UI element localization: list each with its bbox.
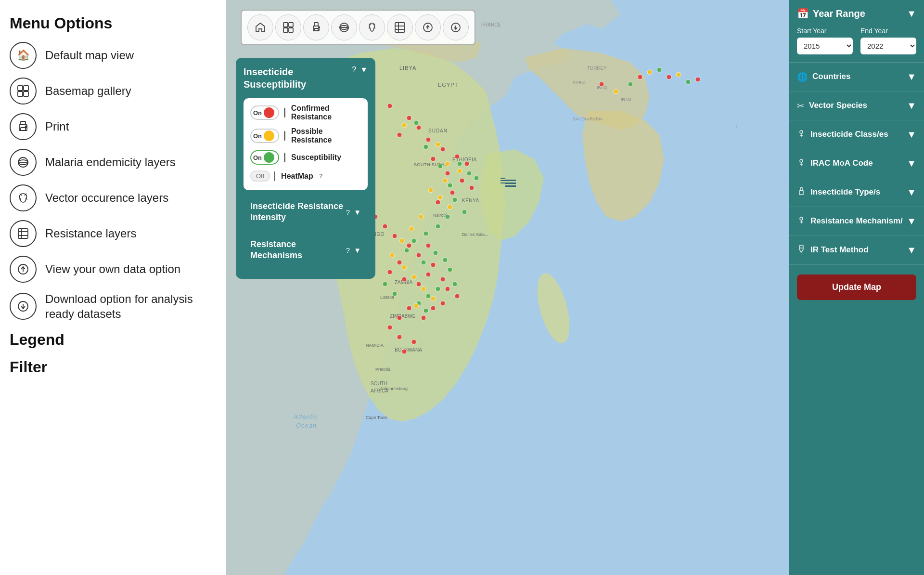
menu-item-default-map[interactable]: 🏠 Default map view <box>10 42 217 69</box>
svg-point-133 <box>457 169 462 173</box>
svg-point-129 <box>383 282 387 287</box>
svg-text:SYRIA: SYRIA <box>573 80 586 85</box>
filter-countries-left: 🌐 Countries <box>797 71 850 82</box>
svg-point-108 <box>448 183 452 188</box>
svg-point-152 <box>657 67 662 72</box>
svg-point-132 <box>445 161 450 166</box>
filter-vector-species-label: Vector Species <box>809 100 867 111</box>
svg-text:SAUDI ARABIA: SAUDI ARABIA <box>573 117 603 121</box>
svg-rect-163 <box>314 28 318 31</box>
heatmap-toggle[interactable]: Off <box>250 170 270 182</box>
toolbar-basemap-btn[interactable] <box>275 14 301 40</box>
menu-item-view-own[interactable]: View your own data option <box>10 256 217 283</box>
start-year-select[interactable]: 2015 2010 2011 2012 2013 2014 2016 2017 … <box>797 38 853 54</box>
susceptibility-panel: Insecticide Susceptibility ? ▼ On Confir… <box>236 58 375 279</box>
toolbar-upload-btn[interactable] <box>415 14 441 40</box>
svg-point-67 <box>431 157 436 161</box>
svg-point-66 <box>440 147 445 152</box>
menu-item-resistance[interactable]: Resistance layers <box>10 220 217 247</box>
year-range-collapse-icon[interactable]: ▼ <box>907 8 916 19</box>
intensity-help-icon[interactable]: ? <box>346 208 350 216</box>
help-icon[interactable]: ? <box>352 65 356 74</box>
svg-point-106 <box>424 144 428 149</box>
intensity-collapse-icon[interactable]: ▼ <box>354 208 361 216</box>
resistance-mechanism-icon <box>797 216 806 227</box>
svg-text:KENYA: KENYA <box>462 198 479 203</box>
menu-item-basemap[interactable]: Basemap gallery <box>10 78 217 105</box>
svg-point-142 <box>402 265 407 270</box>
filter-vector-species[interactable]: ✂ Vector Species ▼ <box>789 91 924 120</box>
collapse-icon[interactable]: ▼ <box>360 65 368 74</box>
update-map-button[interactable]: Update Map <box>797 274 916 300</box>
toolbar-home-btn[interactable] <box>247 14 273 40</box>
svg-point-100 <box>402 349 407 354</box>
svg-point-88 <box>426 272 431 277</box>
svg-point-114 <box>445 214 450 219</box>
svg-rect-159 <box>283 28 288 32</box>
svg-point-153 <box>667 75 671 79</box>
svg-point-92 <box>440 301 445 306</box>
svg-rect-186 <box>800 188 802 191</box>
confirmed-resistance-row: On Confirmed Resistance <box>250 104 361 121</box>
svg-rect-162 <box>314 23 318 26</box>
heatmap-help-icon[interactable]: ? <box>319 172 323 180</box>
menu-item-malaria[interactable]: Malaria endemicity layers <box>10 149 217 176</box>
svg-point-134 <box>443 178 448 183</box>
end-year-group: End Year 2022 2010 2011 2012 2013 2014 2… <box>860 27 916 54</box>
menu-item-vector[interactable]: Vector occurence layers <box>10 184 217 211</box>
svg-point-136 <box>438 195 443 200</box>
svg-point-71 <box>460 178 464 183</box>
svg-text:Atlantic: Atlantic <box>293 413 318 420</box>
toolbar-download-btn[interactable] <box>443 14 469 40</box>
svg-point-154 <box>676 72 681 77</box>
svg-point-98 <box>397 335 402 340</box>
confirmed-resistance-toggle[interactable]: On <box>250 105 279 120</box>
left-panel: Menu Options 🏠 Default map view Basemap … <box>0 0 226 575</box>
toolbar-resistance-btn[interactable] <box>387 14 413 40</box>
toolbar-layers-btn[interactable] <box>331 14 357 40</box>
end-year-select[interactable]: 2022 2010 2011 2012 2013 2014 2015 2016 … <box>860 38 916 54</box>
filter-vector-species-left: ✂ Vector Species <box>797 100 867 111</box>
svg-point-122 <box>448 267 452 272</box>
svg-point-70 <box>445 171 450 176</box>
possible-resistance-toggle[interactable]: On <box>250 129 279 143</box>
svg-rect-157 <box>283 23 288 27</box>
intensity-subpanel: Insecticide Resistance Intensity ? ▼ <box>244 195 368 229</box>
svg-rect-5 <box>21 121 26 125</box>
filter-insecticide-class[interactable]: Insecticide Class/es ▼ <box>789 120 924 149</box>
filter-ir-test-method[interactable]: IR Test Method ▼ <box>789 236 924 265</box>
svg-point-68 <box>455 154 460 159</box>
svg-text:Dar es Sala...: Dar es Sala... <box>462 232 488 237</box>
insecticide-class-icon <box>797 129 806 140</box>
svg-text:SUDAN: SUDAN <box>428 128 448 133</box>
svg-point-65 <box>426 137 431 142</box>
mechanisms-collapse-icon[interactable]: ▼ <box>354 246 361 254</box>
svg-text:BOTSWANA: BOTSWANA <box>395 347 422 353</box>
svg-point-99 <box>411 340 416 344</box>
filter-irac-moa[interactable]: IRAC MoA Code ▼ <box>789 149 924 178</box>
svg-point-90 <box>445 287 450 291</box>
year-range-section: 📅 Year Range ▼ Start Year 2015 2010 2011… <box>789 0 924 63</box>
svg-point-117 <box>411 238 416 243</box>
filter-insecticide-type[interactable]: Insecticide Type/s ▼ <box>789 178 924 207</box>
menu-item-print[interactable]: Print <box>10 113 217 140</box>
svg-point-81 <box>416 253 421 258</box>
svg-point-61 <box>387 104 392 108</box>
susceptibility-dot <box>264 152 274 163</box>
menu-item-download[interactable]: Download option for analysis ready datas… <box>10 291 217 321</box>
confirmed-resistance-label: Confirmed Resistance <box>284 104 361 121</box>
svg-point-135 <box>428 188 433 193</box>
filter-countries[interactable]: 🌐 Countries ▼ <box>789 63 924 91</box>
filter-resistance-mechanism[interactable]: Resistance Mechanism/ ▼ <box>789 207 924 236</box>
mechanisms-help-icon[interactable]: ? <box>346 246 350 254</box>
svg-point-148 <box>614 89 618 94</box>
insecticide-class-chevron: ▼ <box>907 129 916 140</box>
susceptibility-toggle[interactable]: On <box>250 150 279 165</box>
intensity-header: Insecticide Resistance Intensity ? ▼ <box>250 201 361 223</box>
svg-point-107 <box>438 164 443 169</box>
toolbar-print-btn[interactable] <box>303 14 329 40</box>
svg-point-155 <box>686 79 691 84</box>
svg-point-180 <box>800 131 803 133</box>
svg-point-143 <box>411 274 416 279</box>
toolbar-vector-btn[interactable] <box>359 14 385 40</box>
